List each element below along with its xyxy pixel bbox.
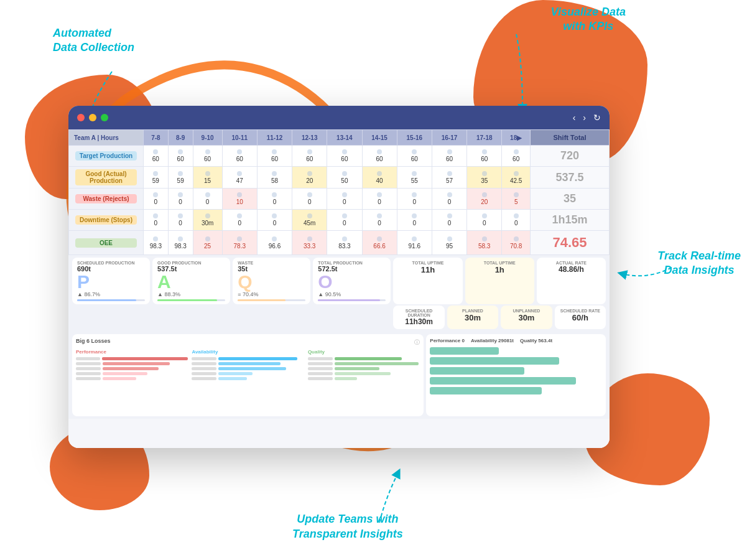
cell-value: 60 bbox=[271, 156, 278, 162]
kpi-bar-bg bbox=[318, 299, 386, 301]
browser-content: Team A | Hours 7-8 8-9 9-10 10-11 11-12 … bbox=[68, 129, 610, 448]
kpi-big-letter: A bbox=[157, 273, 225, 291]
cell-value: 0 bbox=[448, 220, 452, 226]
row-label-text: Good (Actual) Production bbox=[75, 169, 137, 185]
data-cell: 58.3 bbox=[467, 231, 502, 255]
cell-indicator-dot bbox=[482, 149, 487, 154]
data-cell: 91.6 bbox=[397, 231, 432, 255]
data-cell: 57 bbox=[432, 167, 466, 189]
nav-refresh[interactable]: ↻ bbox=[593, 113, 601, 123]
data-cell: 0 bbox=[222, 210, 257, 231]
kpi-bar-bg bbox=[238, 299, 305, 301]
col-header-shift-total: Shift Total bbox=[531, 130, 610, 146]
data-cell: 0 bbox=[144, 189, 169, 210]
dot-red[interactable] bbox=[77, 114, 85, 121]
cell-value: 98.3 bbox=[174, 243, 186, 250]
cell-value: 78.3 bbox=[234, 243, 246, 250]
annotation-automated: AutomatedData Collection bbox=[53, 26, 134, 55]
cell-indicator-dot bbox=[447, 192, 452, 197]
cell-indicator-dot bbox=[307, 236, 312, 241]
data-cell: 20 bbox=[467, 189, 502, 210]
row-label-text: OEE bbox=[75, 238, 137, 248]
cell-indicator-dot bbox=[342, 236, 347, 241]
table-row: Target Production60606060606060606060606… bbox=[69, 146, 610, 167]
cell-value: 0 bbox=[238, 220, 242, 226]
shift-total-cell: 74.65 bbox=[531, 231, 610, 255]
cell-value: 59 bbox=[152, 177, 159, 184]
cell-indicator-dot bbox=[178, 213, 183, 218]
cell-value: 66.6 bbox=[373, 243, 385, 250]
kpi-paqo-card: TOTAL PRODUCTION 572.5t O ▲ 90.5% bbox=[313, 258, 391, 304]
data-cell: 60 bbox=[432, 146, 466, 167]
cell-value: 0 bbox=[413, 198, 417, 205]
losses-info-icon[interactable]: ⓘ bbox=[414, 338, 420, 347]
loss-col-quality: Quality bbox=[308, 349, 420, 382]
cell-value: 55 bbox=[411, 177, 418, 184]
data-cell: 33.3 bbox=[292, 231, 327, 255]
cell-indicator-dot bbox=[482, 213, 487, 218]
data-cell: 0 bbox=[432, 210, 466, 231]
data-cell: 0 bbox=[144, 210, 169, 231]
time-row-right: Scheduled Duration 11h30m Planned 30m Un… bbox=[393, 306, 606, 329]
scheduled-duration-value: 11h30m bbox=[398, 317, 439, 326]
cell-value: 83.3 bbox=[338, 243, 350, 250]
cell-indicator-dot bbox=[237, 171, 242, 176]
data-cell: 10 bbox=[222, 189, 257, 210]
col-header-18-end: 18▶ bbox=[502, 130, 531, 146]
actual-rate-card: Actual Rate 48.86/h bbox=[537, 258, 606, 304]
unplanned-value: 30m bbox=[506, 313, 547, 322]
cell-value: 60 bbox=[481, 156, 488, 162]
data-cell: 0 bbox=[292, 189, 327, 210]
data-cell: 58 bbox=[257, 167, 292, 189]
cell-value: 0 bbox=[514, 220, 518, 226]
kpi-card-label: SCHEDULED PRODUCTION bbox=[77, 261, 145, 265]
cell-indicator-dot bbox=[482, 236, 487, 241]
nav-back[interactable]: ‹ bbox=[573, 113, 576, 123]
cell-indicator-dot bbox=[178, 236, 183, 241]
kpi-card-label: GOOD PRODUCTION bbox=[157, 261, 225, 265]
data-cell: 60 bbox=[257, 146, 292, 167]
nav-forward[interactable]: › bbox=[583, 113, 586, 123]
data-cell: 60 bbox=[327, 146, 362, 167]
cell-indicator-dot bbox=[377, 192, 382, 197]
data-cell: 0 bbox=[397, 210, 432, 231]
cell-indicator-dot bbox=[447, 171, 452, 176]
chart-avail-label: Availability 29081t bbox=[471, 338, 514, 343]
losses-panel: Big 6 Losses ⓘ Performance Availability bbox=[72, 334, 424, 416]
total-uptime-value: 11h bbox=[398, 265, 457, 274]
kpi-cards: SCHEDULED PRODUCTION 690t P ▲ 86.7% GOOD… bbox=[72, 258, 391, 304]
kpi-pct: ▲ 90.5% bbox=[318, 291, 386, 297]
col-header-15-16: 15-16 bbox=[397, 130, 432, 146]
row-label-text: Waste (Rejects) bbox=[75, 194, 137, 203]
cell-indicator-dot bbox=[412, 213, 417, 218]
scheduled-rate-label: Scheduled Rate bbox=[560, 309, 601, 313]
kpi-big-letter: O bbox=[318, 273, 386, 291]
dot-green[interactable] bbox=[101, 114, 108, 121]
kpi-paqo-card: WASTE 35t Q = 70.4% bbox=[233, 258, 310, 304]
total-downtime-value: 1h bbox=[470, 265, 529, 274]
shift-total-cell: 537.5 bbox=[531, 167, 610, 189]
chart-bar-1 bbox=[430, 347, 602, 355]
chart-panel: Performance 0 Availability 29081t Qualit… bbox=[426, 334, 606, 416]
data-cell: 98.3 bbox=[168, 231, 193, 255]
time-downtime-card: Total Uptime 1h bbox=[465, 258, 534, 304]
cell-value: 0 bbox=[179, 220, 182, 226]
data-cell: 95 bbox=[432, 231, 466, 255]
cell-value: 0 bbox=[343, 198, 346, 205]
total-downtime-label: Total Uptime bbox=[470, 261, 529, 265]
unplanned-card: Unplanned 30m bbox=[501, 306, 552, 329]
cell-indicator-dot bbox=[178, 149, 183, 154]
cell-indicator-dot bbox=[342, 192, 347, 197]
titlebar-dots bbox=[77, 114, 108, 121]
dot-yellow[interactable] bbox=[89, 114, 96, 121]
cell-indicator-dot bbox=[153, 213, 158, 218]
shift-total-cell: 1h15m bbox=[531, 210, 610, 231]
kpi-bar-fill bbox=[238, 299, 285, 301]
col-header-7-8: 7-8 bbox=[144, 130, 169, 146]
cell-value: 47 bbox=[236, 177, 243, 184]
row-label-cell: Waste (Rejects) bbox=[69, 189, 144, 210]
data-cell: 55 bbox=[397, 167, 432, 189]
data-cell: 0 bbox=[257, 210, 292, 231]
shift-total-cell: 720 bbox=[531, 146, 610, 167]
cell-value: 96.6 bbox=[269, 243, 281, 250]
